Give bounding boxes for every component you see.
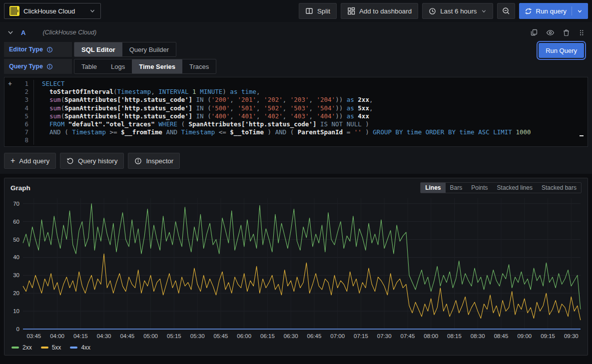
legend-label: 5xx [52,344,61,351]
code-line-7: 7 AND ( Timestamp >= $__fromTime AND Tim… [4,128,588,136]
datasource-label: ClickHouse Cloud [23,7,85,15]
legend-item-2xx[interactable]: 2xx [11,344,32,351]
split-label: Split [317,7,330,15]
x-tick-label: 07:15 [354,333,368,339]
eye-icon [546,28,555,37]
x-tick-label: 04:30 [97,333,111,339]
query-type-label-chip: Query Type [4,59,72,74]
code-line-5: 5 sum(SpanAttributes['http.status_code']… [4,112,588,120]
code-line-2: 2 toStartOfInterval(Timestamp, INTERVAL … [4,88,588,96]
y-tick-label: 20 [13,290,19,296]
legend-swatch-5xx [41,347,48,349]
graph-mode-tabs: LinesBarsPointsStacked linesStacked bars [420,182,582,193]
legend-item-4xx[interactable]: 4xx [70,344,90,351]
dashboard-grid-icon [347,7,355,15]
line-number: 2 [15,88,28,96]
graph-panel-header: Graph LinesBarsPointsStacked linesStacke… [4,178,588,194]
trash-icon [563,29,570,36]
copy-icon [530,28,538,36]
query-row-header[interactable]: A (ClickHouse Cloud) [4,25,588,40]
mode-stacked-lines[interactable]: Stacked lines [493,183,537,193]
x-tick-label: 06:45 [307,333,322,339]
x-tick-label: 04:15 [73,333,88,339]
x-tick-label: 05:45 [214,333,228,339]
zoom-out-button[interactable] [497,3,515,19]
gutter-spacer [4,96,15,104]
run-query-editor-button[interactable]: Run Query [539,43,584,58]
query-type-row: Query Type TableLogsTime SeriesTraces [4,59,588,74]
editor-cursor [580,135,584,136]
time-series-chart[interactable]: 01020304050607003:4504:0004:1504:3004:45… [6,194,586,343]
duplicate-query-button[interactable] [530,28,538,36]
delete-query-button[interactable] [563,29,570,36]
tab-query-builder[interactable]: Query Builder [122,42,176,56]
line-number: 7 [15,128,28,136]
line-number: 3 [15,96,28,104]
top-bar: ClickHouse Cloud Split Add to dashboard … [0,0,592,22]
code-text: sum(SpanAttributes['http.status_code'] I… [33,112,588,120]
code-text: sum(SpanAttributes['http.status_code'] I… [33,104,588,112]
y-tick-label: 40 [13,254,19,260]
split-button[interactable]: Split [299,3,337,19]
add-to-dashboard-button[interactable]: Add to dashboard [341,3,418,19]
toggle-visibility-button[interactable] [546,28,555,37]
x-tick-label: 08:15 [447,333,462,339]
y-tick-label: 10 [13,308,19,314]
collapse-chevron-icon[interactable] [7,29,14,36]
line-number: 8 [15,136,28,144]
query-type-label: Query Type [9,63,43,70]
time-range-picker[interactable]: Last 6 hours [422,3,493,19]
query-datasource-hint: (ClickHouse Cloud) [42,29,96,36]
mode-points[interactable]: Points [467,183,492,193]
mode-lines[interactable]: Lines [421,183,445,193]
info-icon[interactable] [46,46,53,53]
x-tick-label: 09:30 [564,333,579,339]
zoom-out-icon [502,7,510,15]
add-to-dashboard-label: Add to dashboard [359,7,412,15]
mode-bars[interactable]: Bars [446,183,467,193]
gutter-spacer [4,128,15,136]
query-history-button[interactable]: Query history [60,153,124,169]
chevron-down-icon [481,8,487,14]
tab-sql-editor[interactable]: SQL Editor [74,42,122,56]
panel-title: Graph [10,184,30,192]
x-tick-label: 06:30 [284,333,298,339]
query-ref-id: A [21,29,25,36]
code-line-3: 3 sum(SpanAttributes['http.status_code']… [4,96,588,104]
gutter-spacer [4,120,15,128]
x-tick-label: 09:00 [517,333,532,339]
x-tick-label: 08:30 [471,333,485,339]
series-line-5xx [23,254,581,320]
inspector-button[interactable]: Inspector [128,153,180,169]
x-tick-label: 04:45 [120,333,134,339]
run-query-label: Run query [536,7,567,15]
x-tick-label: 05:00 [143,333,158,339]
run-query-button[interactable]: Run query [519,3,589,19]
legend-label: 2xx [22,344,32,351]
info-icon[interactable] [46,63,53,70]
sql-code-editor[interactable]: +1SELECT2 toStartOfInterval(Timestamp, I… [4,77,588,147]
x-tick-label: 05:30 [190,333,205,339]
code-text: toStartOfInterval(Timestamp, INTERVAL 1 … [33,88,588,96]
legend-item-5xx[interactable]: 5xx [41,344,61,351]
editor-type-label: Editor Type [9,46,43,53]
tab-table[interactable]: Table [74,59,104,73]
x-tick-label: 09:15 [541,333,555,339]
query-type-tabs: TableLogsTime SeriesTraces [74,59,216,74]
x-tick-label: 06:15 [260,333,275,339]
series-line-2xx [23,204,581,310]
mode-stacked-bars[interactable]: Stacked bars [537,183,581,193]
expand-region-icon[interactable]: + [4,80,15,88]
drag-handle[interactable] [578,29,585,36]
code-line-1: +1SELECT [4,80,588,88]
code-text: SELECT [33,80,588,88]
sync-icon [525,7,532,15]
chevron-down-icon[interactable] [577,8,583,14]
add-query-button[interactable]: + Add query [4,153,56,169]
tab-time-series[interactable]: Time Series [132,59,182,73]
tab-traces[interactable]: Traces [182,59,216,73]
x-tick-label: 05:15 [167,333,181,339]
query-header-icons [530,28,585,37]
datasource-picker[interactable]: ClickHouse Cloud [4,3,101,19]
tab-logs[interactable]: Logs [104,59,132,73]
